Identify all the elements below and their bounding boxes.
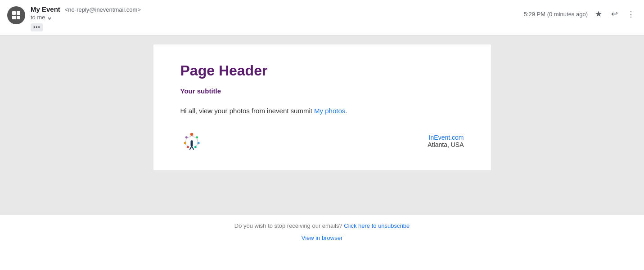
sender-email: <no-reply@ineventmail.com> [65,6,141,13]
svg-point-4 [190,133,193,136]
unsubscribe-text: Do you wish to stop receiving our emails… [234,222,342,229]
email-body: Page Header Your subtitle Hi all, view y… [0,35,644,215]
svg-rect-3 [17,16,20,19]
unsubscribe-footer: Do you wish to stop receiving our emails… [0,215,644,233]
svg-rect-17 [190,140,193,146]
sender-name: My Event [31,5,60,13]
svg-rect-0 [12,11,16,15]
svg-point-9 [187,146,189,148]
body-text-content: Hi all, view your photos from inevent su… [180,107,315,115]
expand-button[interactable]: ••• [31,23,43,31]
svg-line-18 [189,146,191,150]
to-me-row: to me [31,14,524,21]
reply-icon[interactable]: ↩ [609,7,620,21]
unsubscribe-link[interactable]: Click here to unsubscribe [344,222,410,229]
body-text-period: . [345,107,347,115]
timestamp: 5:29 PM (0 minutes ago) [524,11,588,18]
svg-rect-1 [17,11,20,15]
header-actions: 5:29 PM (0 minutes ago) ★ ↩ ⋮ [524,7,637,21]
email-header: My Event <no-reply@ineventmail.com> to m… [0,0,644,35]
svg-point-10 [194,146,196,148]
avatar-icon [11,10,21,20]
email-card: Page Header Your subtitle Hi all, view y… [153,44,491,170]
svg-line-16 [195,144,198,146]
svg-rect-2 [12,16,16,19]
page-subtitle: Your subtitle [180,87,464,95]
chevron-down-icon[interactable] [47,15,52,20]
star-icon[interactable]: ★ [593,7,604,21]
email-body-text: Hi all, view your photos from inevent su… [180,106,464,116]
inevent-logo [180,130,203,152]
svg-line-15 [185,144,188,146]
sender-name-row: My Event <no-reply@ineventmail.com> [31,5,524,13]
to-me-label: to me [31,14,45,21]
view-browser-footer: View in browser [0,233,644,248]
email-card-footer: InEvent.com Atlanta, USA [180,130,464,152]
my-photos-link[interactable]: My photos [314,107,345,115]
company-info: InEvent.com Atlanta, USA [428,134,464,148]
more-options-icon[interactable]: ⋮ [625,7,637,21]
inevent-website-link[interactable]: InEvent.com [428,134,464,141]
svg-line-19 [192,146,194,150]
view-in-browser-link[interactable]: View in browser [302,235,343,241]
sender-avatar [7,6,25,24]
sender-info: My Event <no-reply@ineventmail.com> to m… [31,5,524,31]
logo-svg [180,130,203,152]
page-header-title: Page Header [180,62,464,79]
company-location: Atlanta, USA [428,141,464,148]
